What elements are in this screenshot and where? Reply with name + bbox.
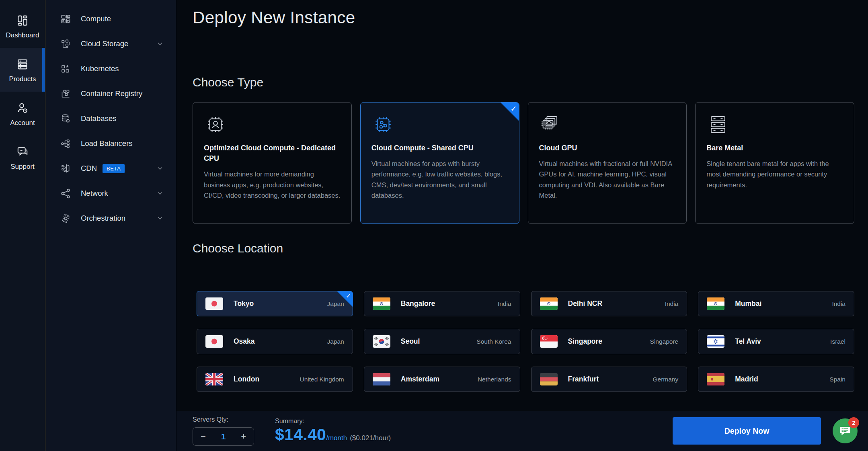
location-card-frankfurt[interactable]: Frankfurt Germany [531, 367, 687, 392]
sidebar-item-databases[interactable]: Databases [46, 106, 176, 131]
location-country: Spain [829, 376, 845, 383]
flag-jp-icon [205, 335, 223, 348]
load-balancers-icon [60, 138, 71, 149]
location-country: India [665, 300, 679, 308]
sidebar-item-label: Kubernetes [81, 64, 119, 73]
summary-label: Summary: [275, 418, 391, 425]
location-card-tokyo[interactable]: ✓ Tokyo Japan [197, 291, 353, 316]
choose-type-heading: Choose Type [193, 76, 854, 89]
qty-decrement-button[interactable]: − [201, 431, 206, 442]
primary-nav-item-support[interactable]: Support [0, 135, 45, 179]
chevron-down-icon[interactable] [156, 190, 164, 197]
primary-nav-label: Products [9, 75, 36, 83]
cdn-icon [60, 163, 71, 174]
location-city: Bangalore [401, 299, 435, 308]
location-city: Mumbai [735, 299, 761, 308]
secondary-sidebar: Compute Cloud Storage Kubernetes Contain… [46, 0, 176, 451]
flag-in-icon [707, 297, 724, 310]
location-country: Germany [653, 376, 679, 383]
primary-nav-item-account[interactable]: Account [0, 92, 45, 135]
products-icon [16, 58, 29, 71]
location-city: Seoul [401, 337, 420, 346]
primary-nav-item-products[interactable]: Products [0, 48, 45, 92]
sidebar-item-label: Network [81, 189, 108, 198]
sidebar-item-cdn[interactable]: CDN BETA [46, 156, 176, 181]
flag-in-icon [373, 297, 390, 310]
location-card-mumbai[interactable]: Mumbai India [698, 291, 854, 316]
sidebar-item-label: Orchestration [81, 214, 125, 223]
type-card-title: Cloud GPU [539, 143, 676, 153]
sidebar-item-orchestration[interactable]: Orchestration [46, 206, 176, 231]
chip-share-icon [371, 113, 508, 136]
type-card-description: Virtual machines with fractional or full… [539, 158, 676, 201]
flag-nl-icon [373, 373, 390, 385]
location-city: Osaka [234, 337, 255, 346]
summary-block: Summary: $14.40 /month ($0.021/hour) [275, 418, 391, 444]
type-card-description: Virtual machines for more demanding busi… [204, 169, 341, 201]
location-card-osaka[interactable]: Osaka Japan [197, 329, 353, 354]
deploy-footer-bar: Servers Qty: − 1 + Summary: $14.40 /mont… [176, 411, 868, 451]
location-city: London [234, 375, 259, 383]
flag-il-icon [707, 335, 724, 348]
sidebar-item-container-registry[interactable]: Container Registry [46, 81, 176, 106]
location-country: Singapore [650, 338, 679, 345]
gpu-cloud-icon [539, 113, 676, 136]
type-card-title: Bare Metal [706, 143, 843, 153]
cloud-storage-icon [60, 39, 71, 49]
deploy-now-button[interactable]: Deploy Now [673, 417, 821, 445]
quantity-stepper: − 1 + [193, 427, 254, 446]
support-chat-button[interactable]: 2 [833, 418, 858, 443]
primary-nav-item-dashboard[interactable]: Dashboard [0, 4, 45, 48]
chevron-down-icon[interactable] [156, 40, 164, 47]
qty-increment-button[interactable]: + [241, 431, 246, 442]
sidebar-item-kubernetes[interactable]: Kubernetes [46, 56, 176, 81]
location-card-tel-aviv[interactable]: Tel Aviv Israel [698, 329, 854, 354]
location-card-singapore[interactable]: Singapore Singapore [531, 329, 687, 354]
page-title: Deploy New Instance [193, 8, 854, 27]
location-country: India [832, 300, 845, 308]
type-card-bare-metal[interactable]: Bare Metal Single tenant bare metal for … [695, 102, 854, 224]
type-card-grid: Optimized Cloud Compute - Dedicated CPU … [193, 102, 854, 224]
type-card-cloud-gpu[interactable]: Cloud GPU Virtual machines with fraction… [528, 102, 687, 224]
support-icon [16, 146, 29, 158]
sidebar-item-network[interactable]: Network [46, 181, 176, 206]
type-card-description: Virtual machines for apps with bursty pe… [371, 158, 508, 201]
checkmark-icon: ✓ [346, 292, 351, 299]
location-city: Madrid [735, 375, 758, 383]
sidebar-item-cloud-storage[interactable]: Cloud Storage [46, 31, 176, 56]
sidebar-item-label: Databases [81, 114, 116, 123]
type-card-optimized-cloud-compute-dedicated-cpu[interactable]: Optimized Cloud Compute - Dedicated CPU … [193, 102, 352, 224]
location-city: Delhi NCR [568, 299, 603, 308]
orchestration-icon [60, 213, 71, 224]
chevron-down-icon[interactable] [156, 215, 164, 222]
price-period: /month [326, 434, 347, 442]
location-country: Israel [830, 338, 845, 345]
primary-nav-label: Support [10, 163, 35, 171]
main-content: Deploy New Instance Choose Type Optimize… [176, 0, 868, 451]
sidebar-item-compute[interactable]: Compute [46, 6, 176, 31]
container-registry-icon [60, 88, 71, 99]
dashboard-icon [16, 14, 29, 27]
checkmark-icon: ✓ [511, 104, 517, 113]
flag-sg-icon [540, 335, 558, 348]
location-card-delhi-ncr[interactable]: Delhi NCR India [531, 291, 687, 316]
location-card-london[interactable]: London United Kingdom [197, 367, 353, 392]
chevron-down-icon[interactable] [156, 165, 164, 172]
sidebar-item-label: Container Registry [81, 89, 142, 98]
sidebar-item-label: Compute [81, 14, 111, 23]
chat-notification-badge: 2 [848, 417, 859, 428]
flag-es-icon [707, 373, 724, 385]
flag-gb-icon [205, 373, 223, 385]
network-icon [60, 188, 71, 199]
primary-nav-label: Dashboard [6, 31, 39, 39]
sidebar-item-load-balancers[interactable]: Load Balancers [46, 131, 176, 156]
location-card-amsterdam[interactable]: Amsterdam Netherlands [364, 367, 520, 392]
sidebar-item-label: Cloud Storage [81, 39, 128, 48]
location-card-seoul[interactable]: Seoul South Korea [364, 329, 520, 354]
location-city: Tokyo [234, 299, 254, 308]
type-card-cloud-compute-shared-cpu[interactable]: ✓ Cloud Compute - Shared CPU Virtual mac… [360, 102, 519, 224]
flag-kr-icon [373, 335, 390, 348]
compute-icon [60, 14, 71, 25]
location-card-madrid[interactable]: Madrid Spain [698, 367, 854, 392]
location-card-bangalore[interactable]: Bangalore India [364, 291, 520, 316]
